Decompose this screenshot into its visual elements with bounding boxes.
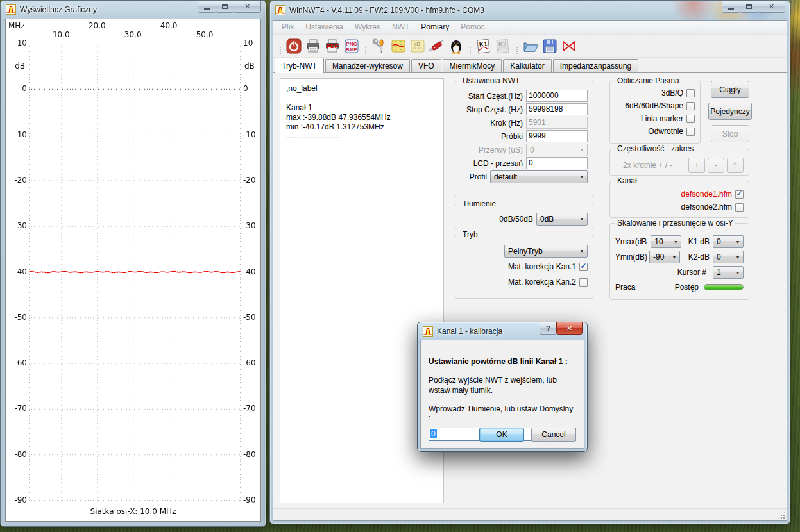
single-button[interactable]: Pojedynczy bbox=[708, 103, 752, 120]
cancel-button[interactable]: Cancel bbox=[531, 428, 576, 442]
k2-db-combo[interactable]: 0▼ bbox=[713, 251, 744, 263]
band-6db-checkbox[interactable]: ✓ bbox=[686, 102, 695, 110]
toolbar-grip bbox=[278, 38, 282, 54]
profile-combo[interactable]: default▼ bbox=[490, 170, 588, 183]
channel2-checkbox[interactable]: ✓ bbox=[735, 203, 744, 212]
statusbar bbox=[273, 508, 787, 520]
range-minus-button[interactable]: - bbox=[708, 158, 724, 173]
channel1-checkbox[interactable]: ✓ bbox=[735, 190, 744, 199]
print-pdf-button[interactable]: PDF bbox=[323, 37, 342, 56]
settings-button[interactable] bbox=[370, 37, 389, 56]
graph-window-title: Wyświetlacz Graficzny bbox=[20, 5, 97, 14]
export-image-button[interactable]: PNG BMP bbox=[342, 37, 361, 56]
tab-kalkulator[interactable]: Kalkulator bbox=[503, 59, 551, 72]
close-icon: ✕ bbox=[566, 324, 572, 333]
db-display-button[interactable]: dB bbox=[408, 37, 427, 56]
correction-ch1-checkbox[interactable]: ✓ bbox=[579, 263, 588, 271]
help-button[interactable]: ? bbox=[540, 322, 557, 335]
tux-button[interactable] bbox=[447, 37, 466, 56]
axis-tick-label: -90 bbox=[9, 495, 27, 504]
profile-label: Profil bbox=[461, 172, 490, 181]
marker-line-checkbox[interactable]: ✓ bbox=[686, 115, 695, 123]
calibration-dialog: Kanał 1 - kalibracja ? ✕ Ustawianie powt… bbox=[417, 322, 588, 452]
tab-tryb-nwt[interactable]: Tryb-NWT bbox=[275, 58, 324, 73]
k2-correction-button[interactable]: K2 bbox=[493, 37, 513, 56]
menu-plik[interactable]: Plik bbox=[276, 21, 300, 34]
group-legend: Kanał bbox=[615, 176, 639, 185]
k1-db-combo[interactable]: 0▼ bbox=[713, 235, 744, 248]
range-up-button[interactable]: ^ bbox=[727, 158, 744, 173]
axis-tick-label: 10 bbox=[9, 38, 27, 47]
menu-pomiary[interactable]: Pomiary bbox=[415, 21, 455, 34]
close-sweep-button[interactable] bbox=[559, 37, 579, 56]
mode-combo[interactable]: PełnyTryb▼ bbox=[504, 245, 588, 258]
maximize-button[interactable] bbox=[740, 1, 758, 13]
continuous-button[interactable]: Ciągły bbox=[711, 81, 749, 98]
band-3db-checkbox[interactable]: ✓ bbox=[686, 89, 695, 97]
minimize-button[interactable] bbox=[198, 1, 216, 13]
group-legend: Obliczanie Pasma bbox=[615, 76, 681, 85]
tab-manadzer-wykresow[interactable]: Manadżer-wykresów bbox=[325, 59, 410, 72]
axis-tick-label: -20 bbox=[9, 176, 27, 185]
tab-vfo[interactable]: VFO bbox=[411, 59, 441, 72]
tab-impedanzanpassung[interactable]: Impedanzanpassung bbox=[553, 59, 638, 72]
dialog-close-button[interactable]: ✕ bbox=[556, 322, 583, 335]
attenuation-label: 0dB/50dB bbox=[461, 215, 536, 224]
close-button[interactable]: ✕ bbox=[234, 1, 261, 13]
help-icon: ? bbox=[546, 324, 550, 332]
print-button[interactable] bbox=[303, 37, 323, 56]
menu-nwt[interactable]: NWT bbox=[386, 21, 415, 34]
axis-tick-label: -80 bbox=[243, 450, 256, 459]
graph-window-titlebar[interactable]: Wyświetlacz Graficzny ✕ bbox=[1, 1, 266, 19]
ok-button[interactable]: OK bbox=[479, 428, 524, 442]
start-freq-input[interactable]: 1000000 bbox=[526, 90, 588, 102]
cursor-label: Kursor # bbox=[615, 268, 713, 277]
axis-tick-label: 30.0 bbox=[120, 30, 146, 39]
main-window-titlebar[interactable]: WinNWT4 - V.4.11.09 - FW:2.109:V00 - hfm… bbox=[270, 1, 790, 20]
samples-input[interactable]: 9999 bbox=[526, 130, 588, 142]
dialog-prompt: Wprowadź Tłumienie, lub ustaw Domyślny : bbox=[429, 404, 576, 422]
ymin-combo[interactable]: -90▼ bbox=[649, 251, 680, 263]
marker-line-label: Linia marker bbox=[641, 114, 686, 123]
axis-tick-label: 50.0 bbox=[192, 30, 217, 39]
app-icon bbox=[6, 4, 16, 15]
axis-tick-label: 10.0 bbox=[48, 30, 74, 39]
dialog-titlebar[interactable]: Kanał 1 - kalibracja ? ✕ bbox=[418, 322, 587, 340]
menu-pomoc[interactable]: Pomoc bbox=[455, 21, 490, 34]
save-file-button[interactable] bbox=[540, 37, 559, 56]
range-plus-button[interactable]: + bbox=[688, 158, 705, 173]
axis-tick-label: -50 bbox=[9, 313, 27, 322]
axis-tick-label: dB bbox=[8, 62, 25, 71]
maximize-button[interactable] bbox=[216, 1, 234, 13]
correction-ch2-checkbox[interactable]: ✓ bbox=[579, 278, 588, 287]
power-button[interactable] bbox=[284, 37, 303, 56]
k1-correction-button[interactable]: K1 bbox=[474, 37, 493, 56]
tools-knife-button[interactable] bbox=[427, 37, 447, 56]
cursor-combo[interactable]: 1▼ bbox=[713, 266, 744, 279]
resize-grip[interactable] bbox=[778, 511, 785, 519]
x-grid-step-label: Siatka osi-X: 10.0 MHz bbox=[6, 507, 260, 516]
ymax-combo[interactable]: 10▼ bbox=[651, 235, 681, 248]
trace-channel-1 bbox=[29, 271, 241, 272]
tux-icon bbox=[448, 38, 464, 54]
inverse-checkbox[interactable]: ✓ bbox=[686, 128, 695, 136]
group-kanal: Kanał defsonde1.hfm✓ defsonde2.hfm✓ bbox=[609, 181, 749, 218]
stop-freq-input[interactable]: 59998198 bbox=[526, 103, 588, 115]
open-file-icon bbox=[522, 38, 539, 54]
tab-miermikmocy[interactable]: MiermikMocy bbox=[443, 59, 502, 72]
close-button[interactable]: ✕ bbox=[758, 1, 785, 13]
menu-wykres[interactable]: Wykres bbox=[349, 21, 386, 34]
lcd-shift-input[interactable]: 0 bbox=[526, 157, 588, 169]
open-file-button[interactable] bbox=[521, 37, 540, 56]
toolbar-separator bbox=[515, 38, 518, 54]
graph-plot-area[interactable]: Siatka osi-X: 10.0 MHz 10.020.030.040.05… bbox=[5, 19, 261, 522]
menu-ustawienia[interactable]: Ustawienia bbox=[300, 21, 349, 34]
sweep-display-button[interactable] bbox=[389, 37, 408, 56]
dialog-instructions: Podłącz wyjście NWT z wejściem, lub wsta… bbox=[429, 375, 576, 395]
stop-button[interactable]: Stop bbox=[711, 125, 749, 142]
minimize-button[interactable] bbox=[722, 1, 740, 13]
band-3db-label: 3dB/Q bbox=[661, 88, 686, 97]
axis-tick-label: -70 bbox=[9, 404, 27, 413]
chevron-down-icon: ▼ bbox=[578, 147, 586, 152]
attenuation-combo[interactable]: 0dB▼ bbox=[536, 213, 588, 226]
